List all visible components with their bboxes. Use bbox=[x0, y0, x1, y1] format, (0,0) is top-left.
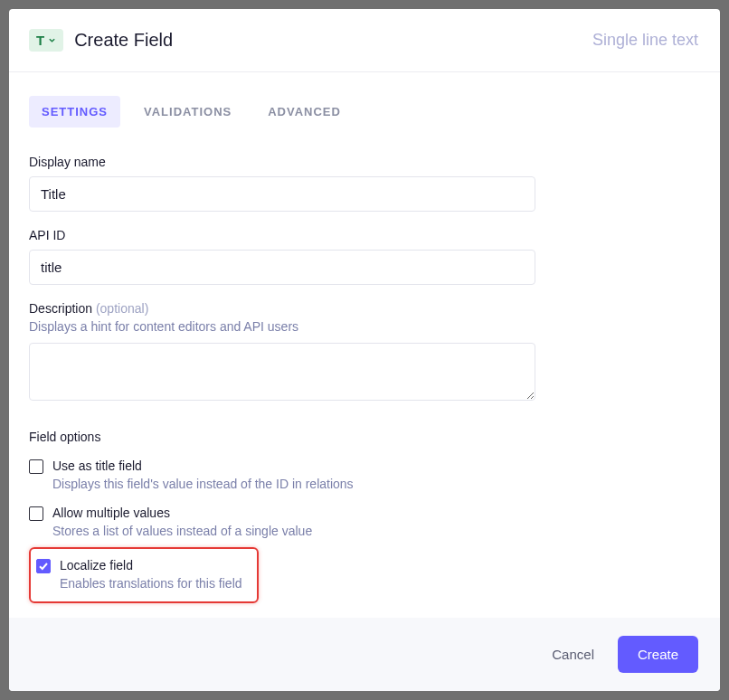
create-button[interactable]: Create bbox=[618, 636, 698, 673]
chevron-down-icon bbox=[48, 36, 56, 44]
option-text: Use as title field Displays this field's… bbox=[52, 459, 354, 491]
display-name-label: Display name bbox=[29, 155, 700, 169]
cancel-button[interactable]: Cancel bbox=[544, 638, 601, 671]
use-as-title-hint: Displays this field's value instead of t… bbox=[52, 477, 354, 491]
modal-body: Display name API ID Description (optiona… bbox=[9, 131, 720, 618]
localize-label: Localize field bbox=[60, 558, 242, 572]
check-icon bbox=[38, 561, 49, 572]
description-group: Description (optional) Displays a hint f… bbox=[29, 301, 700, 404]
create-field-modal: T Create Field Single line text SETTINGS… bbox=[9, 9, 720, 691]
display-name-group: Display name bbox=[29, 155, 700, 212]
description-input[interactable] bbox=[29, 343, 535, 401]
tab-settings[interactable]: SETTINGS bbox=[29, 96, 120, 128]
localize-checkbox[interactable] bbox=[36, 559, 51, 573]
field-type-label: Single line text bbox=[592, 31, 698, 50]
option-localize: Localize field Enables translations for … bbox=[36, 551, 251, 596]
allow-multiple-label: Allow multiple values bbox=[52, 506, 312, 520]
use-as-title-label: Use as title field bbox=[52, 459, 354, 473]
field-type-badge[interactable]: T bbox=[29, 29, 63, 52]
option-text: Allow multiple values Stores a list of v… bbox=[52, 506, 312, 538]
description-label: Description (optional) bbox=[29, 301, 700, 316]
description-optional: (optional) bbox=[96, 301, 148, 316]
localize-hint: Enables translations for this field bbox=[60, 576, 242, 591]
description-hint: Displays a hint for content editors and … bbox=[29, 319, 700, 334]
option-use-as-title: Use as title field Displays this field's… bbox=[29, 449, 700, 497]
tab-bar: SETTINGS VALIDATIONS ADVANCED bbox=[9, 72, 720, 131]
tab-advanced[interactable]: ADVANCED bbox=[255, 96, 354, 128]
api-id-input[interactable] bbox=[29, 250, 535, 285]
tab-validations[interactable]: VALIDATIONS bbox=[131, 96, 244, 128]
field-options-title: Field options bbox=[29, 430, 700, 444]
allow-multiple-hint: Stores a list of values instead of a sin… bbox=[52, 524, 312, 538]
option-allow-multiple: Allow multiple values Stores a list of v… bbox=[29, 497, 700, 544]
api-id-group: API ID bbox=[29, 228, 700, 285]
localize-highlight: Localize field Enables translations for … bbox=[29, 547, 259, 603]
field-type-letter: T bbox=[36, 33, 44, 48]
option-text: Localize field Enables translations for … bbox=[60, 558, 242, 591]
api-id-label: API ID bbox=[29, 228, 700, 242]
modal-header: T Create Field Single line text bbox=[9, 9, 720, 72]
modal-footer: Cancel Create bbox=[9, 618, 720, 691]
description-label-text: Description bbox=[29, 301, 92, 316]
use-as-title-checkbox[interactable] bbox=[29, 459, 43, 474]
display-name-input[interactable] bbox=[29, 176, 535, 212]
modal-title: Create Field bbox=[74, 30, 173, 51]
allow-multiple-checkbox[interactable] bbox=[29, 506, 43, 521]
